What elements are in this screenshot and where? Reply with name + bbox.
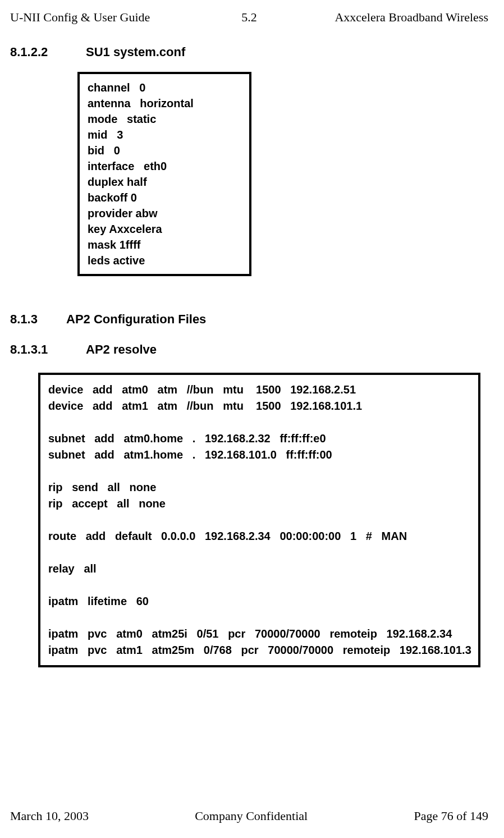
- config-box-su1: channel 0 antenna horizontal mode static…: [77, 72, 251, 276]
- heading-number: 8.1.2.2: [10, 45, 86, 59]
- footer-page-number: Page 76 of 149: [414, 809, 488, 823]
- footer-date: March 10, 2003: [10, 809, 89, 823]
- config-box-ap2-resolve: device add atm0 atm //bun mtu 1500 192.1…: [38, 373, 480, 667]
- heading-title: AP2 resolve: [86, 342, 157, 357]
- heading-title: SU1 system.conf: [86, 45, 185, 59]
- heading-number: 8.1.3.1: [10, 342, 86, 357]
- page-footer: March 10, 2003 Company Confidential Page…: [10, 809, 488, 823]
- heading-number: 8.1.3: [10, 312, 66, 327]
- header-left: U-NII Config & User Guide: [10, 10, 219, 25]
- header-right: Axxcelera Broadband Wireless: [280, 10, 488, 25]
- header-version: 5.2: [219, 10, 280, 25]
- heading-su1-system-conf: 8.1.2.2 SU1 system.conf: [10, 45, 488, 59]
- heading-ap2-config-files: 8.1.3 AP2 Configuration Files: [10, 312, 488, 327]
- footer-confidential: Company Confidential: [195, 809, 308, 823]
- page-header: U-NII Config & User Guide 5.2 Axxcelera …: [10, 10, 488, 25]
- heading-ap2-resolve: 8.1.3.1 AP2 resolve: [10, 342, 488, 357]
- heading-title: AP2 Configuration Files: [66, 312, 206, 327]
